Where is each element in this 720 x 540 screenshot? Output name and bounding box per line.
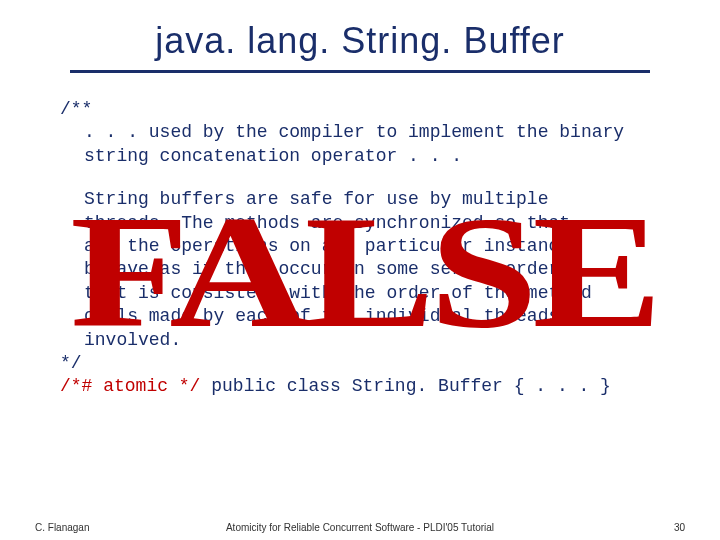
code-block: /** . . . used by the compiler to implem…	[0, 98, 720, 399]
footer-author: C. Flanagan	[35, 522, 89, 533]
javadoc-open: /**	[60, 98, 700, 121]
title-underline	[70, 70, 650, 73]
footer-title: Atomicity for Reliable Concurrent Softwa…	[226, 522, 494, 533]
class-declaration-line: /*# atomic */ public class String. Buffe…	[60, 375, 700, 398]
javadoc-close: */	[60, 352, 700, 375]
footer-page-number: 30	[674, 522, 685, 533]
slide-title: java. lang. String. Buffer	[0, 20, 720, 62]
class-declaration: public class String. Buffer { . . . }	[200, 376, 610, 396]
atomic-annotation: /*# atomic */	[60, 376, 200, 396]
javadoc-paragraph-2: String buffers are safe for use by multi…	[60, 188, 700, 352]
javadoc-paragraph-1: . . . used by the compiler to implement …	[60, 121, 700, 168]
